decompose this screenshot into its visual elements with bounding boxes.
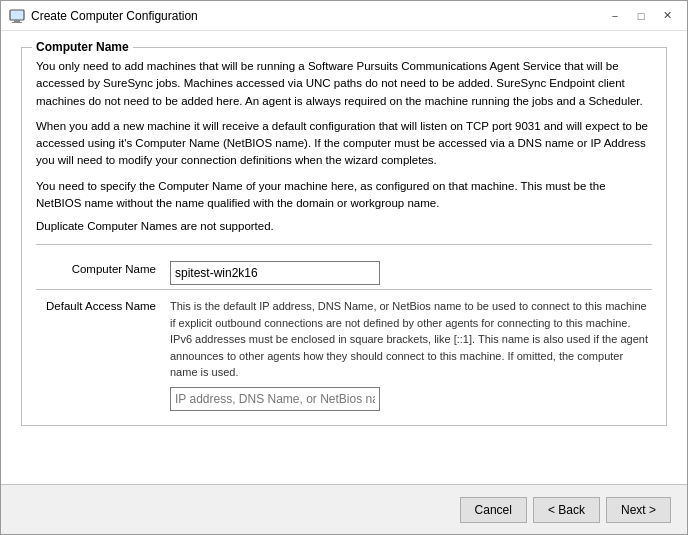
next-button[interactable]: Next > [606,497,671,523]
title-bar: Create Computer Configuration − □ ✕ [1,1,687,31]
default-access-description: This is the default IP address, DNS Name… [170,298,652,381]
section-title: Computer Name [32,40,133,54]
info-paragraph-1: You only need to add machines that will … [36,58,652,110]
window-controls: − □ ✕ [603,5,679,27]
default-access-name-field-cell: This is the default IP address, DNS Name… [166,290,652,415]
divider-1 [36,244,652,245]
footer: Cancel < Back Next > [1,484,687,534]
info-paragraph-2: When you add a new machine it will recei… [36,118,652,170]
svg-rect-1 [14,20,20,22]
cancel-button[interactable]: Cancel [460,497,527,523]
maximize-button[interactable]: □ [629,5,653,27]
computer-name-label: Computer Name [36,257,166,290]
svg-rect-2 [12,22,22,23]
default-access-row: Default Access Name This is the default … [36,290,652,415]
computer-name-field-cell [166,257,652,290]
window-title: Create Computer Configuration [31,9,603,23]
computer-name-input[interactable] [170,261,380,285]
computer-name-row: Computer Name [36,257,652,290]
section-box: Computer Name You only need to add machi… [21,47,667,426]
app-icon [9,8,25,24]
default-access-name-input[interactable] [170,387,380,411]
minimize-button[interactable]: − [603,5,627,27]
form-table: Computer Name Default Access Name This i… [36,257,652,415]
close-button[interactable]: ✕ [655,5,679,27]
main-window: Create Computer Configuration − □ ✕ Comp… [0,0,688,535]
back-button[interactable]: < Back [533,497,600,523]
content-area: Computer Name You only need to add machi… [1,31,687,484]
warning-text: Duplicate Computer Names are not support… [36,220,652,232]
default-access-name-label: Default Access Name [36,290,166,415]
info-paragraph-3: You need to specify the Computer Name of… [36,178,652,213]
svg-rect-0 [10,10,24,20]
